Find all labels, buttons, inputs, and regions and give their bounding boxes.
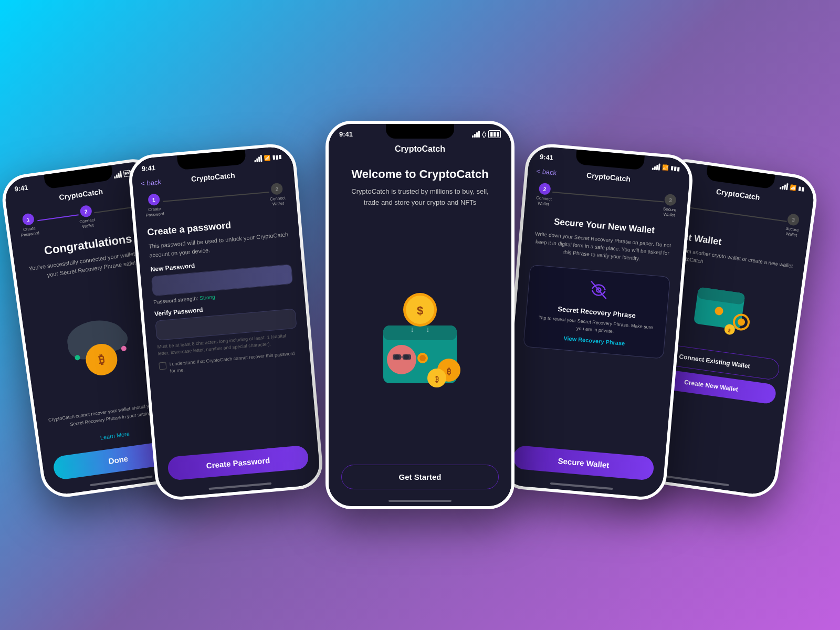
step-circle-2: 2: [79, 205, 92, 218]
status-time: 9:41: [339, 130, 353, 138]
btn-container: Get Started: [329, 460, 511, 496]
step-label-3: SecureWallet: [663, 207, 677, 218]
wifi-icon: 📶: [790, 184, 796, 191]
phone-create-password: 9:41 📶 ▮▮▮ < back CryptoCatch: [127, 142, 324, 502]
status-time: 9:41: [141, 164, 155, 173]
wifi-icon: 📶: [264, 155, 271, 161]
back-button[interactable]: < back: [536, 167, 557, 176]
wallet-illustration-svg: ₿ ₿ $: [352, 268, 488, 404]
status-time: 9:41: [539, 153, 553, 162]
understand-checkbox[interactable]: [159, 362, 166, 370]
svg-rect-20: [403, 354, 411, 360]
step-circle-2: 2: [270, 183, 283, 195]
welcome-content: Welcome to CryptoCatch CryptoCatch is tr…: [329, 157, 511, 460]
screen-content: Secure Your New Wallet Write down your S…: [505, 209, 686, 454]
learn-more-link[interactable]: Learn More: [100, 430, 130, 441]
nav-title: CryptoCatch: [586, 171, 631, 183]
notch: [386, 124, 454, 139]
battery-icon: ▮▮▮: [272, 154, 282, 161]
welcome-title: Welcome to CryptoCatch: [341, 167, 499, 181]
svg-text:↓: ↓: [426, 325, 430, 333]
step-line-1: [163, 192, 269, 202]
step-circle-1: 1: [148, 193, 160, 206]
svg-rect-9: [383, 326, 457, 340]
wifi-icon: 〈〉: [482, 131, 486, 138]
step-2: 2 ConnectWallet: [77, 204, 96, 229]
main-illustration: ₿ ₿ $: [341, 217, 499, 455]
battery-icon: ▮▮▮: [670, 165, 680, 172]
step-3: 3 SecureWallet: [663, 194, 678, 218]
step-2: 2 ConnectWallet: [536, 182, 553, 207]
step-3: 3 SecureWallet: [784, 213, 801, 238]
step-line: [552, 192, 664, 203]
step-label-2: ConnectWallet: [79, 217, 96, 229]
nav-title: CryptoCatch: [59, 187, 103, 202]
step-label-1: CreatePassword: [20, 225, 39, 238]
home-indicator: [388, 500, 452, 502]
step-2: 2 ConnectWallet: [269, 182, 287, 207]
nav-title: CryptoCatch: [191, 171, 235, 183]
step-line-2: [94, 206, 135, 213]
step-1: 1 CreatePassword: [144, 193, 164, 218]
status-icons: 📶 ▮▮▮: [254, 153, 282, 163]
step-line: [686, 207, 786, 222]
status-icons: 📶 ▮▮: [780, 182, 805, 192]
phone-welcome: 9:41 〈〉 ▮▮▮ CryptoCatch Welcome to Crypt…: [326, 121, 514, 509]
status-icons: 📶 ▮▮▮: [652, 163, 680, 172]
nav-title: CryptoCatch: [395, 144, 445, 154]
home-indicator: [550, 482, 613, 490]
status-time: 9:41: [14, 183, 29, 193]
step-circle-2: 2: [539, 183, 551, 195]
svg-text:$: $: [417, 304, 423, 317]
svg-rect-19: [393, 354, 401, 360]
svg-text:↓: ↓: [411, 325, 414, 333]
signal-icon: [113, 171, 122, 178]
step-circle-3: 3: [787, 213, 800, 226]
wallet-svg: ₿: [687, 276, 757, 342]
cloud-bitcoin-svg: ₿: [49, 296, 155, 392]
signal-icon: [472, 131, 480, 138]
battery-icon: ▮▮▮: [488, 130, 501, 138]
screen-content: Create a password This password will be …: [136, 209, 317, 454]
step-line-1: [37, 214, 78, 221]
nav-bar: CryptoCatch: [329, 141, 511, 157]
nav-title: CryptoCatch: [716, 187, 760, 202]
step-label-1: CreatePassword: [145, 206, 164, 218]
svg-point-11: [419, 355, 426, 361]
step-circle-3: 3: [664, 194, 677, 206]
wifi-icon: 📶: [662, 164, 669, 171]
step-circle-1: 1: [22, 213, 35, 226]
phone-secure-wallet: 9:41 📶 ▮▮▮ < back CryptoCatch: [497, 142, 695, 502]
signal-icon: [254, 155, 262, 162]
step-label-2: ConnectWallet: [270, 195, 286, 207]
step-1: 1 CreatePassword: [18, 212, 40, 238]
step-label-2: ConnectWallet: [536, 195, 552, 207]
svg-point-16: [387, 345, 416, 374]
home-indicator: [90, 476, 152, 487]
back-button[interactable]: < back: [141, 177, 162, 187]
signal-icon: [780, 182, 789, 190]
battery-icon: ▮▮: [798, 185, 805, 192]
phones-container: 9:41 ); 🔋 CryptoCatch 1: [26, 26, 814, 604]
signal-icon: [652, 163, 660, 170]
home-indicator: [208, 482, 271, 490]
svg-text:₿: ₿: [435, 375, 439, 383]
svg-text:₿: ₿: [447, 367, 451, 376]
recovery-phrase-card[interactable]: Secret Recovery Phrase Tap to reveal you…: [523, 265, 670, 359]
welcome-subtitle: CryptoCatch is trusted by millions to bu…: [341, 186, 499, 208]
status-icons: 〈〉 ▮▮▮: [472, 130, 501, 138]
get-started-button[interactable]: Get Started: [341, 465, 499, 489]
step-label-3: SecureWallet: [784, 226, 799, 238]
